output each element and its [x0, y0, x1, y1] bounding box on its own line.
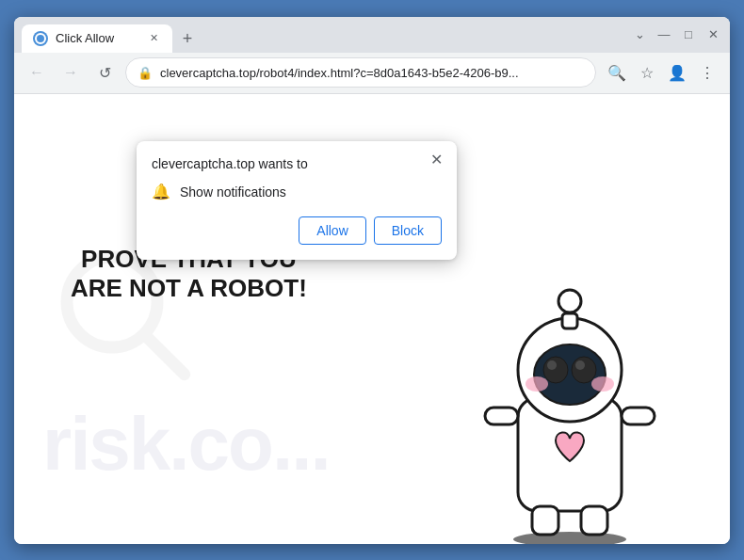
svg-rect-9	[562, 313, 577, 328]
toolbar-icons: 🔍 ☆ 👤 ⋮	[604, 59, 720, 86]
block-button[interactable]: Block	[374, 216, 442, 245]
tab-favicon	[33, 31, 48, 46]
allow-button[interactable]: Allow	[299, 216, 365, 245]
popup-close-button[interactable]: ✕	[425, 149, 447, 171]
tab-area: Click Allow ✕ +	[22, 17, 624, 53]
new-tab-button[interactable]: +	[174, 26, 201, 53]
bookmark-icon[interactable]: ☆	[634, 59, 660, 86]
svg-rect-4	[485, 408, 518, 424]
toolbar: ← → ↺ 🔒 clevercaptcha.top/robot4/index.h…	[14, 53, 730, 94]
svg-point-2	[513, 532, 626, 544]
tab-close-button[interactable]: ✕	[146, 31, 161, 46]
active-tab[interactable]: Click Allow ✕	[22, 24, 172, 53]
svg-rect-5	[622, 408, 655, 424]
address-bar[interactable]: 🔒 clevercaptcha.top/robot4/index.html?c=…	[125, 57, 596, 88]
title-bar: Click Allow ✕ + ⌄ — □ ✕	[14, 17, 730, 53]
back-icon: ←	[29, 64, 44, 81]
menu-icon[interactable]: ⋮	[694, 59, 720, 86]
tab-title: Click Allow	[56, 31, 114, 45]
back-button[interactable]: ←	[24, 59, 50, 86]
bell-icon: 🔔	[152, 183, 170, 201]
popup-buttons: Allow Block	[152, 216, 442, 245]
svg-point-13	[572, 357, 596, 383]
popup-title: clevercaptcha.top wants to	[152, 156, 423, 171]
forward-button[interactable]: →	[57, 59, 84, 86]
svg-point-16	[526, 376, 548, 392]
svg-point-12	[543, 357, 568, 383]
permission-label: Show notifications	[180, 184, 286, 200]
prove-text-line2: ARE NOT A ROBOT!	[71, 274, 307, 303]
popup-permission-row: 🔔 Show notifications	[152, 183, 442, 201]
maximize-button[interactable]: □	[679, 25, 698, 44]
permission-popup: ✕ clevercaptcha.top wants to 🔔 Show noti…	[137, 141, 457, 260]
svg-point-10	[558, 290, 581, 312]
minimize-button[interactable]: —	[655, 25, 673, 44]
forward-icon: →	[63, 64, 78, 81]
reload-icon: ↺	[99, 64, 111, 82]
page-content: risk.co... PROVE THAT YOU ARE NOT A ROBO…	[14, 94, 730, 544]
window-controls: ⌄ — □ ✕	[630, 25, 722, 44]
watermark-text: risk.co...	[42, 401, 330, 488]
svg-point-14	[547, 360, 557, 370]
svg-point-17	[591, 376, 614, 392]
lock-icon: 🔒	[137, 66, 153, 80]
reload-button[interactable]: ↺	[91, 59, 118, 86]
account-icon[interactable]: 👤	[664, 59, 690, 86]
svg-rect-6	[532, 506, 558, 535]
browser-window: Click Allow ✕ + ⌄ — □ ✕ ← → ↺ 🔒	[14, 17, 730, 544]
robot-illustration	[466, 224, 673, 544]
svg-line-1	[145, 335, 185, 375]
close-button[interactable]: ✕	[704, 25, 722, 44]
chevron-down-icon[interactable]: ⌄	[630, 25, 649, 44]
svg-point-15	[575, 360, 585, 370]
svg-rect-7	[581, 506, 607, 535]
search-icon[interactable]: 🔍	[604, 59, 630, 86]
url-text: clevercaptcha.top/robot4/index.html?c=8d…	[160, 66, 584, 80]
